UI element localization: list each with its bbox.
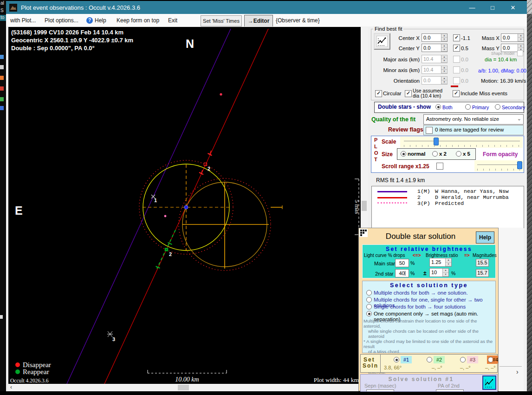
spinner-arrows-icon: ▲▼ <box>441 77 447 84</box>
fit-chart-button[interactable] <box>374 33 390 50</box>
drag-grip-icon[interactable] <box>359 229 368 237</box>
sepn-input[interactable] <box>366 389 394 392</box>
soln3-radio[interactable] <box>460 357 466 362</box>
plot-version-label: Occult 4.2026.3.6 <box>10 378 49 383</box>
help-button[interactable]: Help <box>476 231 494 244</box>
review-flags-box: 0 items are tagged for review <box>423 125 524 135</box>
center-x-spinner[interactable]: 0.0▲▼ <box>422 33 448 42</box>
spinner-arrows-icon[interactable]: ▲▼ <box>442 269 448 276</box>
review-flags-checkbox[interactable] <box>426 127 433 134</box>
title-bar[interactable]: Plot event observations : Occult v.4.202… <box>6 1 527 14</box>
use-assumed-checkbox[interactable] <box>405 90 412 97</box>
mass-x-value[interactable]: 0.0 <box>501 34 518 41</box>
tolerance-value[interactable]: 10 <box>430 269 442 276</box>
plot-letter-o: O <box>374 150 378 156</box>
center-x-value[interactable]: 0.0 <box>422 34 441 41</box>
pa-label: PA of 2nd <box>438 383 460 388</box>
brightness-ratio-col-label: Brightness ratio <box>426 253 458 258</box>
center-y-check-value: 0.5 <box>461 46 468 51</box>
center-x-checkbox[interactable] <box>453 34 460 41</box>
pa-input[interactable] <box>436 389 464 392</box>
app-icon <box>9 4 17 12</box>
chord2-disappear-label: 2 <box>208 166 210 171</box>
ratio-value[interactable]: 1.25 <box>430 258 445 266</box>
mas-scale-label: 5 mas <box>354 200 361 214</box>
menu-exit[interactable]: Exit <box>168 17 177 24</box>
plot-letter-l: L <box>374 144 377 149</box>
second-star-drop-input[interactable]: 40 <box>395 269 409 277</box>
double-star-solution-dialog[interactable]: Double star solution Help Set relative b… <box>358 228 499 391</box>
form-opacity-slider-thumb[interactable] <box>517 161 522 169</box>
major-axis-check-value: 0.0 <box>461 57 468 62</box>
soln1-radio[interactable] <box>394 357 399 362</box>
scale-slider-thumb[interactable] <box>434 138 439 145</box>
circular-checkbox[interactable] <box>375 90 382 97</box>
set-soln-label-1: Set <box>363 356 375 363</box>
quality-label: Quality of the fit <box>371 116 415 123</box>
ratio-spinner[interactable]: 1.25▲▼ <box>429 258 452 267</box>
observer-list[interactable]: 1(M) W Hanna, near Yass, Nsw 2 D Herald,… <box>371 186 524 228</box>
plot-hscrollbar[interactable]: ‹ <box>8 384 361 391</box>
occultation-plot[interactable]: 2 2 1 3 (53168) 1999 CV10 2026 Feb 14 10… <box>8 27 361 384</box>
scroll-left-icon[interactable]: ‹ <box>10 384 12 390</box>
minor-axis-label: Minor axis (km) <box>377 67 420 73</box>
circular-label: Circular <box>383 91 402 96</box>
solve-chart-button[interactable] <box>482 375 496 390</box>
mass-y-value[interactable]: 0.0 <box>501 44 518 52</box>
minimize-button[interactable]: — <box>462 1 482 14</box>
solution-type-radio-4[interactable] <box>366 311 372 316</box>
tolerance-spinner[interactable]: 10▲▼ <box>429 268 449 277</box>
vscroll-thumb[interactable] <box>362 201 367 211</box>
menu-with-plot[interactable]: with Plot... <box>10 17 36 24</box>
size-normal-radio[interactable] <box>401 151 406 157</box>
maximize-button[interactable]: □ <box>482 1 503 14</box>
show-primary-radio[interactable] <box>465 104 471 110</box>
plus-minus-sign: ± <box>423 270 427 276</box>
soln2-radio[interactable] <box>427 357 432 362</box>
spinner-arrows-icon[interactable]: ▲▼ <box>518 34 524 41</box>
show-both-radio[interactable] <box>435 104 441 110</box>
solution-type-radio-1[interactable] <box>366 290 372 296</box>
spinner-arrows-icon[interactable]: ▲▼ <box>445 258 451 266</box>
center-y-value[interactable]: 0.0 <box>422 44 441 52</box>
center-y-checkbox[interactable] <box>453 45 460 52</box>
background-text: to <box>0 15 6 21</box>
main-star-drop-input[interactable]: 50 <box>395 259 409 267</box>
include-miss-checkbox[interactable] <box>453 90 460 97</box>
size-x5-radio[interactable] <box>456 151 461 157</box>
menu-help[interactable]: Help <box>95 17 106 24</box>
predicted-dot-inner <box>164 215 167 217</box>
center-y-spinner[interactable]: 0.0▲▼ <box>422 44 448 52</box>
hscroll-thumb[interactable] <box>178 385 189 390</box>
form-opacity-slider[interactable] <box>474 160 524 171</box>
scroll-right-icon[interactable]: › <box>516 368 519 375</box>
menu-plot-options[interactable]: Plot options... <box>45 17 78 24</box>
editor-button[interactable]: →Editor <box>244 15 273 27</box>
spinner-arrows-icon[interactable]: ▲▼ <box>441 34 447 41</box>
show-secondary-radio[interactable] <box>495 104 500 110</box>
scroll-range-checkbox[interactable] <box>436 163 443 170</box>
set-miss-times-button[interactable]: Set 'Miss' Times <box>201 15 242 26</box>
close-button[interactable]: ✕ <box>503 1 523 14</box>
shape-model-checkbox[interactable] <box>517 50 523 56</box>
plot-width-label: Plot width: 44 km <box>314 376 359 383</box>
solution-type-radio-2[interactable] <box>366 297 372 303</box>
disappear-legend-label: Disappear <box>23 361 51 369</box>
menu-keep-on-top[interactable]: Keep form on top <box>117 17 159 24</box>
spinner-arrows-icon: ▲▼ <box>441 66 447 73</box>
second-star-drop-value[interactable]: 40 <box>399 270 404 276</box>
spinner-arrows-icon[interactable]: ▲▼ <box>441 44 447 52</box>
plot-title-line2: Geocentric X 2560.1 ±0.9 Y -4022.9 ±0.7 … <box>11 37 133 44</box>
size-x2-radio[interactable] <box>432 151 438 157</box>
solution-type-radio-3[interactable] <box>366 304 372 309</box>
relative-brightness-box: Set relative brightness Light curve % dr… <box>362 244 496 278</box>
reappear-legend-label: Reappear <box>23 368 49 375</box>
scale-slider[interactable] <box>400 137 523 148</box>
quality-dropdown[interactable]: Astrometry only. No reliable size ⌄ <box>423 114 524 125</box>
form-opacity-label: Form opacity <box>483 151 518 158</box>
mass-x-spinner[interactable]: 0.0▲▼ <box>501 33 524 42</box>
chart-icon <box>376 36 388 47</box>
dropdown-chevron-icon[interactable]: ⌄ <box>517 116 521 122</box>
plot-title-line3: Double : Sep 0.0000", PA 0.0° <box>11 45 95 52</box>
observer-time-label: {Observer & time} <box>276 17 320 24</box>
